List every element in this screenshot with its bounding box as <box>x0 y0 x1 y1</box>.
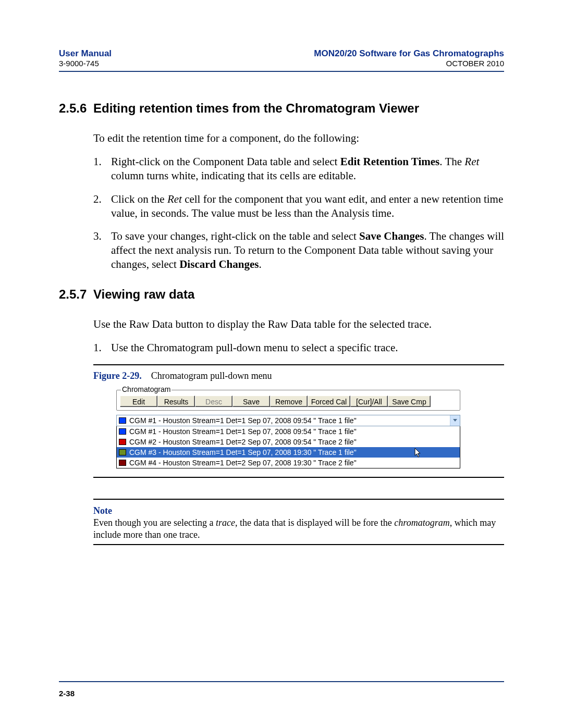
dropdown-item[interactable]: CGM #4 - Houston Stream=1 Det=2 Sep 07, … <box>117 458 460 468</box>
text-run: . <box>259 258 261 270</box>
section-256-steps: 1. Right-click on the Component Data tab… <box>93 155 504 272</box>
list-item: 3. To save your changes, right-click on … <box>93 229 504 272</box>
text-run: To save your changes, right-click on the… <box>111 230 359 242</box>
step-text: Use the Chromatogram pull-down menu to s… <box>111 341 504 355</box>
results-button[interactable]: Results <box>157 396 195 407</box>
step-number: 1. <box>93 155 111 183</box>
chromatogram-fieldset-legend: Chromatogram <box>121 385 172 393</box>
chromatogram-panel: Chromatogram Edit Results Desc Save Remo… <box>116 390 460 468</box>
list-item: 1. Right-click on the Component Data tab… <box>93 155 504 183</box>
section-title-text: Viewing raw data <box>93 287 194 302</box>
desc-button: Desc <box>195 396 232 407</box>
section-256-intro: To edit the retention time for a compone… <box>93 131 504 145</box>
forced-cal-button[interactable]: Forced Cal <box>308 396 350 407</box>
dropdown-item-text: CGM #4 - Houston Stream=1 Det=2 Sep 07, … <box>129 459 357 467</box>
step-number: 1. <box>93 341 111 355</box>
text-italic: trace <box>216 517 235 528</box>
header-sub-left: 3-9000-745 <box>59 59 112 69</box>
figure-caption-text: Chromatogram pull-down menu <box>151 371 272 381</box>
dropdown-item-text: CGM #1 - Houston Stream=1 Det=1 Sep 07, … <box>129 427 357 436</box>
text-italic: Ret <box>167 193 182 205</box>
swatch-icon <box>119 417 126 424</box>
figure-caption: Figure 2-29. Chromatogram pull-down menu <box>93 371 504 381</box>
swatch-icon <box>119 449 126 455</box>
dropdown-item[interactable]: CGM #1 - Houston Stream=1 Det=1 Sep 07, … <box>117 426 460 437</box>
header-title-left: User Manual <box>59 48 112 59</box>
section-number: 2.5.7 <box>59 287 93 302</box>
header-sub-right: OCTOBER 2010 <box>314 59 504 69</box>
chevron-down-icon <box>453 419 457 422</box>
page-number: 2-38 <box>59 689 75 698</box>
list-item: 1. Use the Chromatogram pull-down menu t… <box>93 341 504 355</box>
section-257-intro: Use the Raw Data button to display the R… <box>93 317 504 331</box>
text-run: Even though you are selecting a <box>93 517 216 528</box>
dropdown-item-selected[interactable]: CGM #3 - Houston Stream=1 Det=1 Sep 07, … <box>117 447 460 458</box>
swatch-icon <box>119 460 126 466</box>
section-heading-257: 2.5.7 Viewing raw data <box>59 287 504 302</box>
step-text: Right-click on the Component Data table … <box>111 155 504 183</box>
remove-button[interactable]: Remove <box>270 396 308 407</box>
section-heading-256: 2.5.6 Editing retention times from the C… <box>59 101 504 116</box>
step-text: To save your changes, right-click on the… <box>111 229 504 272</box>
section-257-steps: 1. Use the Chromatogram pull-down menu t… <box>93 341 504 355</box>
section-number: 2.5.6 <box>59 101 93 116</box>
chromatogram-dropdown[interactable]: CGM #1 - Houston Stream=1 Det=1 Sep 07, … <box>116 415 460 426</box>
header-title-right: MON20/20 Software for Gas Chromatographs <box>314 48 504 59</box>
save-cmp-button[interactable]: Save Cmp <box>388 396 431 407</box>
chromatogram-button-row: Edit Results Desc Save Remove Forced Cal… <box>120 396 457 407</box>
dropdown-item-text: CGM #2 - Houston Stream=1 Det=2 Sep 07, … <box>129 438 357 446</box>
dropdown-item[interactable]: CGM #2 - Houston Stream=1 Det=2 Sep 07, … <box>117 437 460 447</box>
note-label: Note <box>93 505 504 517</box>
cur-all-button[interactable]: [Cur]/All <box>350 396 388 407</box>
text-run: column turns white, indicating that its … <box>111 169 356 182</box>
text-run: Click on the <box>111 193 167 205</box>
section-title-text: Editing retention times from the Chromat… <box>93 101 419 116</box>
footer-rule <box>59 681 504 682</box>
step-number: 3. <box>93 229 111 272</box>
page-header: User Manual 3-9000-745 MON20/20 Software… <box>59 48 504 72</box>
list-item: 2. Click on the Ret cell for the compone… <box>93 192 504 220</box>
save-button[interactable]: Save <box>232 396 270 407</box>
dropdown-selected-text: CGM #1 - Houston Stream=1 Det=1 Sep 07, … <box>129 416 357 425</box>
figure-label: Figure 2-29. <box>93 371 142 381</box>
text-run: , the data that is displayed will be for… <box>235 517 394 528</box>
step-text: Click on the Ret cell for the component … <box>111 192 504 220</box>
text-run: . The <box>439 155 464 168</box>
text-run: Right-click on the Component Data table … <box>111 155 340 168</box>
text-bold: Save Changes <box>359 230 424 242</box>
chromatogram-dropdown-list: CGM #1 - Houston Stream=1 Det=1 Sep 07, … <box>116 426 460 468</box>
text-bold: Edit Retention Times <box>340 155 440 168</box>
dropdown-arrow-button[interactable] <box>450 415 460 426</box>
text-italic: chromatogram <box>394 517 449 528</box>
swatch-icon <box>119 428 126 435</box>
note-text: Even though you are selecting a trace, t… <box>93 517 504 541</box>
dropdown-item-text: CGM #3 - Houston Stream=1 Det=1 Sep 07, … <box>129 448 357 456</box>
edit-button[interactable]: Edit <box>120 396 157 407</box>
text-bold: Discard Changes <box>179 258 259 270</box>
text-italic: Ret <box>464 155 479 168</box>
note-block: Note Even though you are selecting a tra… <box>93 505 504 541</box>
swatch-icon <box>119 439 126 445</box>
step-number: 2. <box>93 192 111 220</box>
